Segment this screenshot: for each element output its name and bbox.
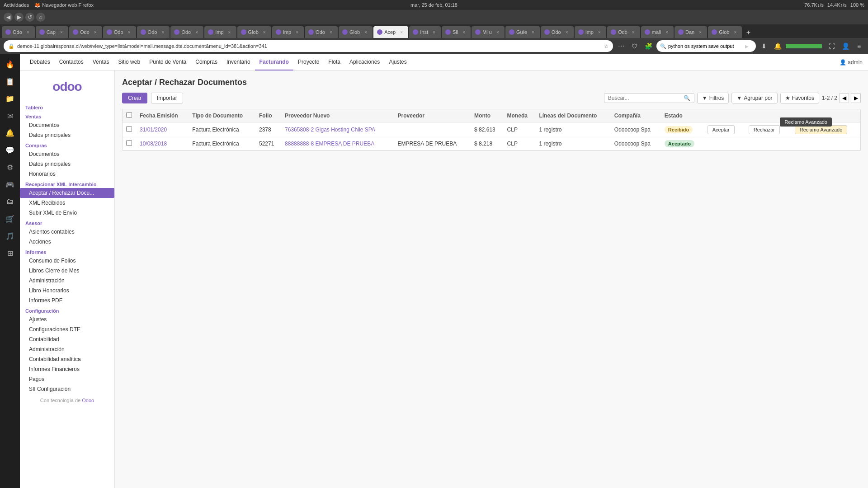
grid-icon[interactable]: ⊞	[2, 245, 18, 261]
row-action2-1[interactable]	[745, 137, 791, 150]
tab-7[interactable]: Glob×	[237, 26, 271, 38]
tab-13[interactable]: Sil×	[442, 26, 471, 38]
tab-12[interactable]: Inst×	[409, 26, 441, 38]
row-proveedor-nuevo-link-0[interactable]: 76365808-2 Gigas Hosting Chile SPA	[285, 127, 375, 133]
tab-17[interactable]: Imp×	[575, 26, 606, 38]
row-select-1[interactable]	[126, 140, 132, 146]
menu-item-contabilidad-analítica[interactable]: Contabilidad analítica	[20, 354, 114, 364]
tab-4[interactable]: Odo×	[137, 26, 170, 38]
tab-close-17[interactable]: ×	[596, 29, 603, 35]
search-go-btn[interactable]: ▶	[741, 41, 752, 52]
media-icon[interactable]: 🎵	[2, 228, 18, 244]
group-by-button[interactable]: ▼ Agrupar por	[731, 93, 777, 103]
menu-item-informes-pdf[interactable]: Informes PDF	[20, 296, 114, 305]
menu-btn[interactable]: ⋯	[616, 41, 627, 52]
back-button[interactable]: ◀	[4, 13, 13, 22]
profile-btn[interactable]: 👤	[840, 41, 851, 52]
tab-close-7[interactable]: ×	[261, 29, 268, 35]
create-button[interactable]: Crear	[122, 93, 147, 103]
menu-item-documentos[interactable]: Documentos	[20, 120, 114, 130]
menu-item-datos-principales[interactable]: Datos principales	[20, 130, 114, 140]
select-all-checkbox[interactable]	[126, 112, 132, 118]
col-folio[interactable]: Folio	[255, 109, 281, 122]
nav-flota[interactable]: Flota	[324, 54, 345, 70]
firefox-icon[interactable]: 🔥	[2, 56, 18, 72]
menu-item-sii-configuración[interactable]: SII Configuración	[20, 384, 114, 394]
tab-18[interactable]: Odo×	[607, 26, 640, 38]
tab-close-8[interactable]: ×	[294, 29, 300, 35]
menu-item-administración[interactable]: Administración	[20, 276, 114, 286]
nav-aplicaciones[interactable]: Aplicaciones	[345, 54, 384, 70]
col-lineas[interactable]: Líneas del Documento	[535, 109, 610, 122]
row-date-0[interactable]: 31/01/2020	[136, 122, 189, 137]
tab-close-4[interactable]: ×	[160, 29, 166, 35]
nav-ventas[interactable]: Ventas	[88, 54, 114, 70]
row-action1-1[interactable]	[704, 137, 745, 150]
col-estado[interactable]: Estado	[661, 109, 704, 122]
browser-search-input[interactable]	[668, 43, 740, 49]
next-page-button[interactable]: ▶	[851, 93, 861, 103]
tab-19[interactable]: mail×	[641, 26, 674, 38]
browser-search-bar[interactable]: 🔍 ▶	[656, 40, 756, 52]
download-btn[interactable]: ⬇	[759, 41, 769, 52]
store-icon[interactable]: 🛒	[2, 211, 18, 227]
home-button[interactable]: ⌂	[36, 13, 45, 22]
reclamo-btn-0[interactable]: Reclamo Avanzado	[795, 125, 848, 134]
tab-16[interactable]: Odo×	[541, 26, 574, 38]
filters-button[interactable]: ▼ Filtros	[697, 93, 729, 103]
tab-close-0[interactable]: ×	[25, 29, 31, 35]
nav-compras[interactable]: Compras	[191, 54, 222, 70]
forward-button[interactable]: ▶	[14, 13, 24, 22]
tab-2[interactable]: Odo×	[69, 26, 102, 38]
tab-close-11[interactable]: ×	[398, 29, 405, 35]
menu-item-ajustes[interactable]: Ajustes	[20, 314, 114, 324]
tab-close-1[interactable]: ×	[58, 29, 65, 35]
col-moneda[interactable]: Moneda	[504, 109, 536, 122]
nav-ajustes[interactable]: Ajustes	[384, 54, 411, 70]
tab-14[interactable]: Mi u×	[472, 26, 505, 38]
menu-item-configuraciones-dte[interactable]: Configuraciones DTE	[20, 324, 114, 334]
row-date-1[interactable]: 10/08/2018	[136, 137, 189, 150]
menu-item-pagos[interactable]: Pagos	[20, 374, 114, 384]
aceptar-btn-0[interactable]: Aceptar	[708, 125, 735, 134]
reload-button[interactable]: ↺	[25, 13, 34, 22]
os-activities[interactable]: Actividades	[4, 2, 29, 8]
tab-close-5[interactable]: ×	[193, 29, 200, 35]
tab-close-14[interactable]: ×	[495, 29, 501, 35]
tab-close-3[interactable]: ×	[126, 29, 132, 35]
tab-close-9[interactable]: ×	[328, 29, 334, 35]
nav-proyecto[interactable]: Proyecto	[293, 54, 324, 70]
tab-0[interactable]: Odo×	[2, 26, 35, 38]
row-proveedor-nuevo-1[interactable]: 88888888-8 EMPRESA DE PRUEBA	[281, 137, 394, 150]
manager-icon[interactable]: 🗂	[2, 193, 18, 210]
menu-item-contabilidad[interactable]: Contabilidad	[20, 334, 114, 344]
settings-icon[interactable]: ⚙	[2, 159, 18, 175]
odoo-footer-link[interactable]: Odoo	[82, 398, 94, 403]
row-checkbox-1[interactable]	[123, 137, 136, 150]
row-date-link-1[interactable]: 10/08/2018	[140, 141, 167, 147]
row-proveedor-nuevo-link-1[interactable]: 88888888-8 EMPRESA DE PRUEBA	[285, 141, 374, 147]
nav-facturando[interactable]: Facturando	[255, 54, 293, 70]
more-btn[interactable]: ≡	[854, 41, 864, 52]
import-button[interactable]: Importar	[151, 93, 183, 103]
menu-item-libros-cierre-de-mes[interactable]: Libros Cierre de Mes	[20, 266, 114, 276]
row-action1-0[interactable]: Aceptar	[704, 122, 745, 137]
mail-icon[interactable]: ✉	[2, 108, 18, 124]
tab-10[interactable]: Glob×	[339, 26, 373, 38]
shield-btn[interactable]: 🛡	[629, 41, 640, 52]
menu-item-honorarios[interactable]: Honorarios	[20, 169, 114, 179]
tab-close-19[interactable]: ×	[664, 29, 670, 35]
col-compania[interactable]: Compañía	[611, 109, 661, 122]
tab-15[interactable]: Guíe×	[505, 26, 540, 38]
new-tab-button[interactable]: +	[743, 27, 754, 38]
row-proveedor-nuevo-0[interactable]: 76365808-2 Gigas Hosting Chile SPA	[281, 122, 394, 137]
tab-close-16[interactable]: ×	[564, 29, 570, 35]
row-action2-0[interactable]: Rechazar	[745, 122, 791, 137]
tab-close-12[interactable]: ×	[431, 29, 437, 35]
nav-sitio-web[interactable]: Sitio web	[113, 54, 145, 70]
menu-item-xml-recibidos[interactable]: XML Recibidos	[20, 198, 114, 208]
nav-debates[interactable]: Debates	[25, 54, 55, 70]
select-all-col[interactable]	[123, 109, 136, 122]
chat-icon[interactable]: 💬	[2, 142, 18, 158]
apps-icon[interactable]: 🎮	[2, 176, 18, 192]
